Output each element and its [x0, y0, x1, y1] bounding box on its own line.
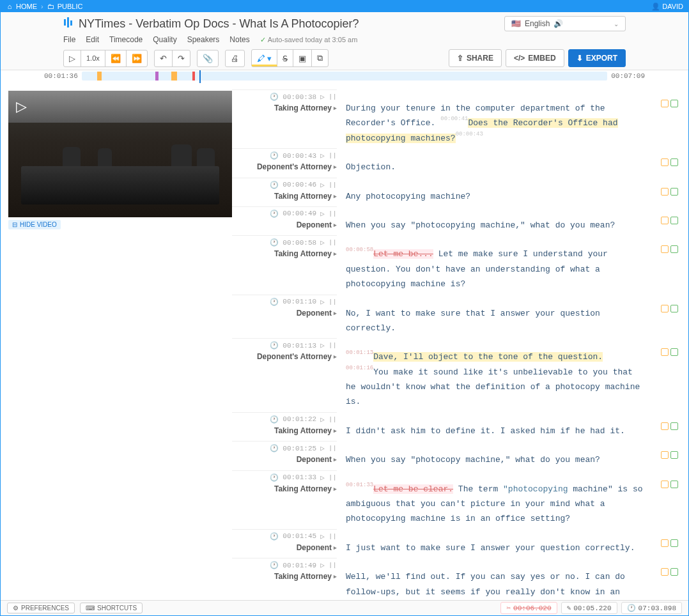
play-button[interactable]: ▷ — [64, 50, 81, 66]
speed-button[interactable]: 1.0x — [81, 50, 105, 66]
segment-speaker[interactable]: Taking Attorney▸ — [232, 484, 337, 493]
breadcrumb-public[interactable]: PUBLIC — [58, 3, 83, 10]
segment-text[interactable]: No, I want to make sure that I answer yo… — [346, 295, 644, 336]
note-icon[interactable] — [661, 451, 669, 459]
timeline[interactable] — [82, 72, 607, 81]
flag-icon[interactable] — [670, 568, 678, 576]
flag-icon[interactable] — [670, 422, 678, 430]
segment-pause-button[interactable]: ❘❘ — [329, 238, 337, 247]
copy-button[interactable]: ⧉ — [312, 50, 328, 66]
note-icon[interactable] — [661, 348, 669, 356]
segment-play-button[interactable]: ▷ — [320, 181, 325, 189]
note-icon[interactable] — [661, 188, 669, 196]
segment-play-button[interactable]: ▷ — [320, 298, 325, 306]
note-icon[interactable] — [661, 539, 669, 547]
segment-pause-button[interactable]: ❘❘ — [329, 181, 337, 189]
timeline-cursor[interactable] — [199, 70, 201, 83]
language-select[interactable]: 🇺🇸 English 🔊 ⌄ — [504, 16, 626, 31]
segment-play-button[interactable]: ▷ — [320, 93, 325, 101]
redo-button[interactable]: ↷ — [173, 50, 190, 66]
menu-file[interactable]: File — [63, 35, 75, 44]
user-icon[interactable]: 👤 — [652, 3, 660, 10]
segment-speaker[interactable]: Deponent's Attorney▸ — [232, 162, 337, 171]
segment-pause-button[interactable]: ❘❘ — [329, 151, 337, 160]
segment-play-button[interactable]: ▷ — [320, 415, 325, 424]
undo-button[interactable]: ↶ — [155, 50, 173, 66]
segment-speaker[interactable]: Taking Attorney▸ — [232, 104, 337, 112]
segment-text[interactable]: 00:00:58Let me be... Let me make sure I … — [346, 235, 644, 291]
segment-play-button[interactable]: ▷ — [320, 151, 325, 160]
segment-play-button[interactable]: ▷ — [320, 341, 325, 350]
video-player[interactable]: ▷ — [8, 91, 232, 217]
user-name[interactable]: DAVID — [662, 3, 683, 10]
segment-text[interactable]: When you say "photocopy machine," what d… — [346, 441, 644, 467]
segment-pause-button[interactable]: ❘❘ — [329, 298, 337, 306]
caption-button[interactable]: ▣ — [293, 50, 312, 66]
flag-icon[interactable] — [670, 348, 678, 356]
segment-text[interactable]: Objection. — [346, 148, 644, 174]
segment-text[interactable]: During your tenure in the computer depar… — [346, 89, 644, 146]
segment-play-button[interactable]: ▷ — [320, 474, 325, 482]
note-icon[interactable] — [661, 245, 669, 253]
menu-notes[interactable]: Notes — [229, 35, 249, 44]
segment-pause-button[interactable]: ❘❘ — [329, 341, 337, 350]
segment-speaker[interactable]: Taking Attorney▸ — [232, 192, 337, 201]
note-icon[interactable] — [661, 568, 669, 576]
export-button[interactable]: ⬇EXPORT — [568, 49, 626, 67]
play-overlay-icon[interactable]: ▷ — [16, 98, 27, 115]
segment-pause-button[interactable]: ❘❘ — [329, 561, 337, 569]
segment-speaker[interactable]: Deponent▸ — [232, 309, 337, 318]
segment-text[interactable]: 00:01:13Dave, I'll object to the tone of… — [346, 338, 644, 410]
folder-icon[interactable]: 🗀 — [47, 3, 55, 10]
segment-play-button[interactable]: ▷ — [320, 561, 325, 569]
share-button[interactable]: ⇪SHARE — [449, 49, 502, 67]
attachment-button[interactable]: 📎 — [197, 50, 218, 66]
flag-icon[interactable] — [670, 158, 678, 166]
note-icon[interactable] — [661, 217, 669, 224]
segment-pause-button[interactable]: ❘❘ — [329, 444, 337, 452]
segment-play-button[interactable]: ▷ — [320, 238, 325, 247]
segment-text[interactable]: I didn't ask him to define it. I asked h… — [346, 412, 644, 438]
segment-play-button[interactable]: ▷ — [320, 444, 325, 452]
flag-icon[interactable] — [670, 451, 678, 459]
rewind-button[interactable]: ⏪ — [105, 50, 127, 66]
breadcrumb-home[interactable]: HOME — [16, 3, 37, 10]
segment-speaker[interactable]: Taking Attorney▸ — [232, 572, 337, 581]
segment-speaker[interactable]: Taking Attorney▸ — [232, 249, 337, 258]
segment-speaker[interactable]: Deponent's Attorney▸ — [232, 352, 337, 361]
flag-icon[interactable] — [670, 188, 678, 196]
segment-text[interactable]: 00:01:33Let me be clear. The term "photo… — [346, 470, 644, 527]
menu-speakers[interactable]: Speakers — [187, 35, 220, 44]
note-icon[interactable] — [661, 422, 669, 430]
note-icon[interactable] — [661, 158, 669, 166]
note-icon[interactable] — [661, 481, 669, 488]
segment-text[interactable]: When you say "photocopying machine," wha… — [346, 206, 644, 233]
segment-pause-button[interactable]: ❘❘ — [329, 210, 337, 218]
home-icon[interactable]: ⌂ — [6, 3, 13, 10]
flag-icon[interactable] — [670, 305, 678, 312]
segment-speaker[interactable]: Deponent▸ — [232, 220, 337, 229]
segment-speaker[interactable]: Taking Attorney▸ — [232, 426, 337, 435]
embed-button[interactable]: </>EMBED — [506, 49, 564, 67]
forward-button[interactable]: ⏩ — [127, 50, 147, 66]
segment-pause-button[interactable]: ❘❘ — [329, 532, 337, 541]
segment-play-button[interactable]: ▷ — [320, 532, 325, 541]
flag-icon[interactable] — [670, 217, 678, 224]
segment-pause-button[interactable]: ❘❘ — [329, 93, 337, 101]
menu-quality[interactable]: Quality — [153, 35, 176, 44]
note-icon[interactable] — [661, 305, 669, 312]
flag-icon[interactable] — [670, 481, 678, 488]
segment-play-button[interactable]: ▷ — [320, 210, 325, 218]
note-icon[interactable] — [661, 100, 669, 107]
strikethrough-button[interactable]: S̶ — [277, 50, 293, 66]
menu-timecode[interactable]: Timecode — [109, 35, 143, 44]
print-button[interactable]: 🖨 — [226, 50, 244, 66]
segment-speaker[interactable]: Deponent▸ — [232, 543, 337, 552]
shortcuts-button[interactable]: ⌨SHORTCUTS — [80, 603, 143, 613]
segment-pause-button[interactable]: ❘❘ — [329, 474, 337, 482]
segment-text[interactable]: I just want to make sure I answer your q… — [346, 529, 644, 555]
segment-pause-button[interactable]: ❘❘ — [329, 415, 337, 424]
segment-text[interactable]: Any photocopying machine? — [346, 178, 644, 204]
preferences-button[interactable]: ⚙PREFERENCES — [7, 603, 75, 613]
menu-edit[interactable]: Edit — [86, 35, 99, 44]
